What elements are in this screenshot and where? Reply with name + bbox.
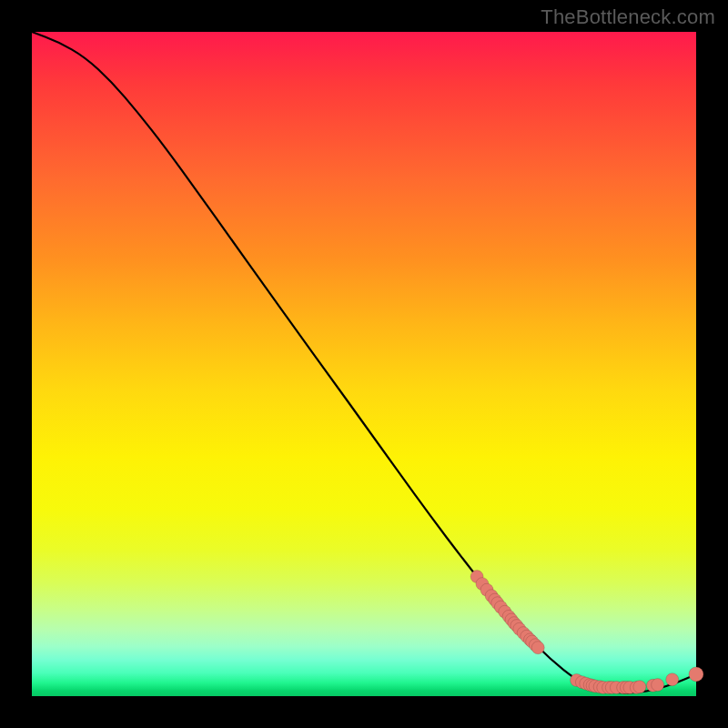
data-point bbox=[531, 642, 544, 654]
plot-svg bbox=[32, 32, 696, 696]
data-point bbox=[689, 667, 703, 682]
data-point bbox=[666, 673, 679, 686]
bottleneck-curve bbox=[32, 32, 696, 693]
data-point bbox=[652, 679, 664, 692]
chart-stage: TheBottleneck.com bbox=[0, 0, 728, 728]
plot-area bbox=[32, 32, 696, 696]
highlighted-points bbox=[470, 571, 703, 694]
data-point bbox=[633, 681, 646, 693]
watermark-text: TheBottleneck.com bbox=[541, 5, 715, 29]
